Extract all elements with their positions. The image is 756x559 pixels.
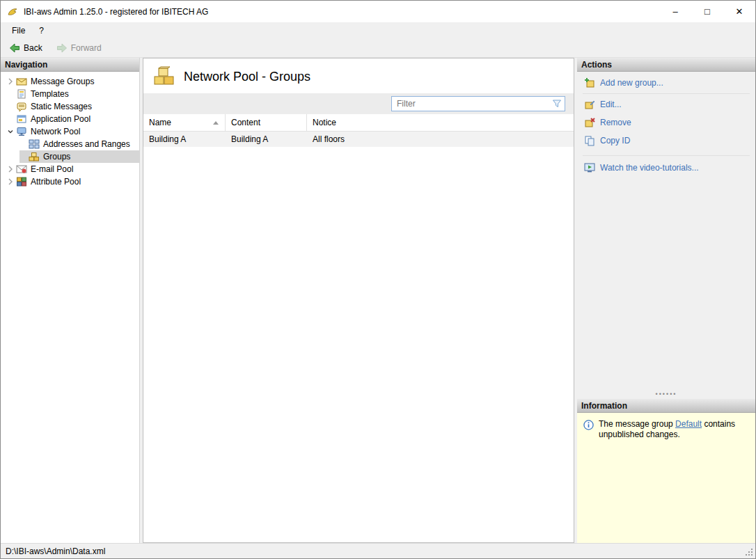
back-button-label: Back [24, 43, 42, 53]
navigation-tree: Message Groups Templates Static Messages… [1, 72, 139, 188]
static-messages-icon [16, 101, 28, 112]
toolbar: Back Forward [1, 38, 755, 58]
actions-header: Actions [577, 58, 755, 72]
information-section: Information The message group Default co… [577, 399, 755, 543]
nav-item-label: E-mail Pool [28, 164, 73, 174]
menu-file[interactable]: File [5, 24, 32, 38]
table-header: Name Content Notice [143, 114, 574, 132]
column-header-content[interactable]: Content [226, 114, 307, 131]
column-header-label: Content [231, 118, 260, 127]
attribute-pool-icon [16, 176, 28, 187]
window-controls: – □ ✕ [659, 1, 755, 22]
cell-name: Building A [143, 134, 226, 144]
titlebar: IBI-aws Admin 1.25.0 - registered for IB… [1, 1, 755, 22]
nav-item-attribute-pool[interactable]: Attribute Pool [1, 175, 139, 188]
forward-button[interactable]: Forward [54, 41, 104, 55]
app-logo-icon [7, 6, 18, 17]
groups-icon [29, 151, 40, 162]
chevron-down-icon[interactable] [5, 128, 16, 135]
app-window: IBI-aws Admin 1.25.0 - registered for IB… [0, 0, 756, 559]
chevron-right-icon[interactable] [5, 166, 16, 173]
chevron-right-icon[interactable] [5, 78, 16, 85]
edit-link[interactable]: Edit... [577, 95, 755, 113]
chevron-right-icon[interactable] [5, 178, 16, 185]
back-button[interactable]: Back [6, 41, 45, 55]
edit-group-icon [584, 99, 595, 110]
nav-item-groups[interactable]: Groups [1, 150, 139, 163]
nav-item-label: Static Messages [28, 102, 92, 111]
filter-box [391, 96, 565, 111]
add-group-icon [584, 77, 595, 88]
action-label: Edit... [600, 100, 622, 109]
content-area: Navigation Message Groups Templates Stat… [1, 58, 755, 543]
back-arrow-icon [9, 42, 20, 54]
maximize-button[interactable]: □ [691, 1, 723, 22]
addresses-and-ranges-icon [29, 139, 40, 150]
navigation-panel: Navigation Message Groups Templates Stat… [1, 58, 140, 543]
forward-button-label: Forward [71, 43, 102, 53]
information-header: Information [577, 399, 755, 413]
sort-ascending-icon [212, 120, 219, 126]
column-header-name[interactable]: Name [143, 114, 226, 131]
cell-content: Building A [226, 134, 307, 144]
copy-id-icon [584, 135, 595, 146]
templates-icon [16, 88, 28, 100]
default-group-link[interactable]: Default [675, 419, 702, 429]
info-icon [583, 420, 594, 430]
nav-item-network-pool[interactable]: Network Pool [1, 125, 139, 138]
column-header-label: Name [149, 118, 171, 127]
close-button[interactable]: ✕ [723, 1, 755, 22]
resize-grip[interactable] [745, 548, 754, 557]
statusbar: D:\IBI-aws\Admin\Data.xml [1, 543, 755, 558]
nav-item-label: Application Pool [28, 114, 90, 124]
message-groups-icon [16, 76, 28, 87]
navigation-header: Navigation [1, 58, 139, 72]
window-title: IBI-aws Admin 1.25.0 - registered for IB… [24, 7, 208, 17]
cell-notice: All floors [307, 134, 574, 144]
remove-group-icon [584, 117, 595, 128]
action-label: Remove [600, 118, 631, 127]
table-row[interactable]: Building A Building A All floors [143, 132, 574, 147]
copy-id-link[interactable]: Copy ID [577, 132, 755, 150]
remove-link[interactable]: Remove [577, 113, 755, 132]
watch-video-tutorials-link[interactable]: Watch the video-tutorials... [577, 159, 755, 177]
nav-item-addresses-and-ranges[interactable]: Addresses and Ranges [1, 138, 139, 150]
nav-item-label: Groups [40, 152, 70, 162]
actions-list: Add new group... Edit... Remove Copy ID [577, 72, 755, 399]
main-panel: Network Pool - Groups Name Content [143, 58, 574, 543]
main-header: Network Pool - Groups [143, 58, 574, 93]
column-header-notice[interactable]: Notice [307, 114, 574, 131]
actions-section: Actions Add new group... Edit... Remove [577, 58, 755, 399]
nav-item-message-groups[interactable]: Message Groups [1, 75, 139, 88]
action-label: Add new group... [600, 78, 663, 88]
nav-item-label: Attribute Pool [28, 177, 81, 187]
menu-help[interactable]: ? [32, 24, 51, 38]
right-panel: Actions Add new group... Edit... Remove [577, 58, 755, 543]
minimize-button[interactable]: – [659, 1, 691, 22]
email-pool-icon [16, 164, 28, 175]
nav-item-static-messages[interactable]: Static Messages [1, 100, 139, 113]
network-pool-icon [16, 126, 28, 137]
add-new-group-link[interactable]: Add new group... [577, 74, 755, 92]
nav-item-application-pool[interactable]: Application Pool [1, 113, 139, 125]
filter-input[interactable] [391, 96, 565, 111]
network-pool-groups-icon [153, 66, 175, 87]
nav-item-label: Network Pool [28, 127, 80, 136]
panel-splitter-grip[interactable]: •••••• [577, 389, 755, 399]
nav-item-templates[interactable]: Templates [1, 88, 139, 100]
actions-separator [583, 93, 750, 94]
statusbar-path: D:\IBI-aws\Admin\Data.xml [6, 546, 105, 556]
information-message: The message group Default contains unpub… [599, 419, 741, 440]
menubar: File ? [1, 22, 755, 38]
nav-item-label: Addresses and Ranges [40, 139, 130, 149]
filter-strip [143, 93, 574, 114]
nav-item-label: Templates [28, 89, 69, 99]
filter-funnel-icon[interactable] [551, 98, 562, 109]
action-label: Watch the video-tutorials... [600, 163, 699, 173]
action-label: Copy ID [600, 136, 630, 145]
nav-item-email-pool[interactable]: E-mail Pool [1, 163, 139, 175]
actions-separator [583, 155, 750, 156]
information-body: The message group Default contains unpub… [577, 413, 755, 543]
nav-item-label: Message Groups [28, 77, 94, 86]
forward-arrow-icon [56, 42, 68, 54]
